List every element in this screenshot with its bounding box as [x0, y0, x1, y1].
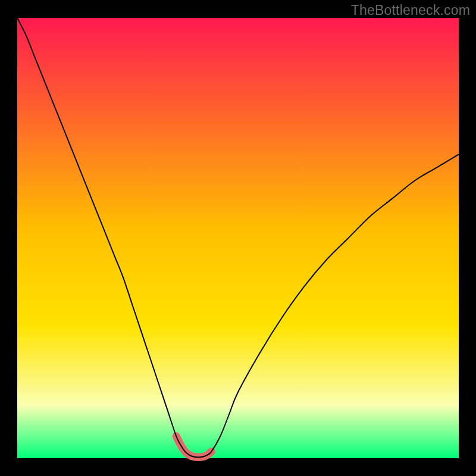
bottleneck-chart [0, 0, 476, 476]
chart-frame: TheBottleneck.com [0, 0, 476, 476]
watermark-text: TheBottleneck.com [351, 2, 470, 18]
